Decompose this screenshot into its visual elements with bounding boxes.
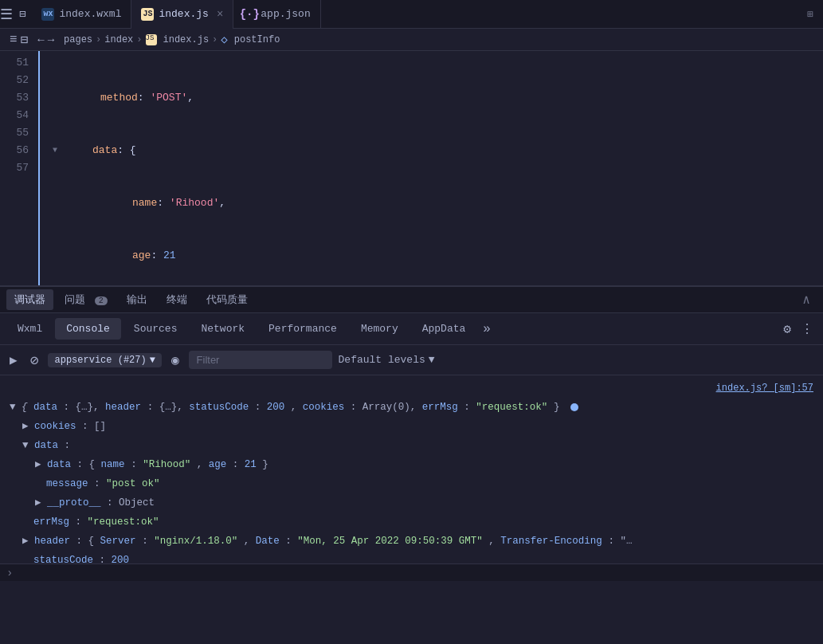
expand-cookies-icon[interactable]: ▶ xyxy=(22,421,29,432)
default-levels-label: Default levels xyxy=(339,354,425,366)
stop-button[interactable]: ⊘ xyxy=(27,348,42,372)
devtools-tabs: Wxml Console Sources Network Performance… xyxy=(0,313,823,345)
code-content: method: 'POST', ▼ data: { name: 'Rihood'… xyxy=(40,51,823,285)
tab-js[interactable]: JS index.js × xyxy=(131,0,233,29)
dtab-network-label: Network xyxy=(201,323,245,335)
panel-tabs: 调试器 问题 2 输出 终端 代码质量 ∧ xyxy=(0,286,823,313)
panel-tab-debugger-label: 调试器 xyxy=(14,294,45,306)
breadcrumb-sep3: › xyxy=(212,34,218,45)
console-child-errmsg: errMsg : "request:ok" xyxy=(0,512,823,532)
line-num-54: 54 xyxy=(0,107,29,124)
code-line-52: ▼ data: { xyxy=(53,142,823,159)
fold-arrow-52[interactable]: ▼ xyxy=(53,142,57,159)
panel-tab-output[interactable]: 输出 xyxy=(119,289,155,310)
dtab-appdata[interactable]: AppData xyxy=(411,318,477,340)
status-icon[interactable]: › xyxy=(6,567,13,579)
panel-tab-terminal[interactable]: 终端 xyxy=(159,289,195,310)
line-num-56: 56 xyxy=(0,142,29,159)
breadcrumb-func-icon: ◇ xyxy=(221,33,227,46)
console-child-data-data: ▶ data : { name : "Rihood" , age : 21 } xyxy=(0,455,823,474)
context-label: appservice (#27) xyxy=(54,355,146,366)
breadcrumb-file: index.js xyxy=(163,34,210,45)
panel-close-button[interactable]: ∧ xyxy=(796,292,817,308)
code-keyword-method: method xyxy=(100,89,138,107)
tab-wxml-label: index.wxml xyxy=(59,8,121,20)
file-reference[interactable]: index.js? [sm]:57 xyxy=(0,379,823,398)
json-icon: {·} xyxy=(243,8,256,21)
nav-bookmark-button[interactable]: ⊟ xyxy=(21,32,29,48)
console-child-cookies: ▶ cookies : [] xyxy=(0,417,823,436)
breadcrumb-pages: pages xyxy=(64,34,92,45)
console-toolbar: ▶ ⊘ appservice (#27) ▼ ◉ Default levels … xyxy=(0,345,823,375)
wxml-icon: wx xyxy=(41,8,54,21)
line-numbers: 51 52 53 54 55 56 57 xyxy=(0,51,40,285)
dtab-appdata-label: AppData xyxy=(422,323,466,335)
dtab-wxml[interactable]: Wxml xyxy=(6,318,53,340)
levels-chevron-icon: ▼ xyxy=(429,354,435,366)
bottom-panel: 调试器 问题 2 输出 终端 代码质量 ∧ Wxml Console Sourc… xyxy=(0,286,823,581)
js-icon: JS xyxy=(141,8,154,21)
panel-tab-issues-label: 问题 xyxy=(65,294,85,306)
breadcrumb: ≡ ⊟ ← → pages › index › JS index.js › ◇ … xyxy=(0,29,823,51)
panel-tab-output-label: 输出 xyxy=(127,294,147,306)
expand-header-icon[interactable]: ▶ xyxy=(22,536,29,547)
expand-icon[interactable]: ▼ xyxy=(10,402,16,413)
more-options-button[interactable]: ⋮ xyxy=(798,321,817,337)
bookmark-icon[interactable]: ⊟ xyxy=(19,7,25,21)
tab-wxml[interactable]: wx index.wxml xyxy=(32,0,131,29)
hamburger-icon[interactable]: ☰ xyxy=(0,6,13,23)
code-line-53: name: 'Rihood', xyxy=(53,194,823,212)
settings-button[interactable]: ⚙ xyxy=(778,321,796,337)
panel-tab-terminal-label: 终端 xyxy=(167,294,187,306)
file-ref-label: index.js? [sm]:57 xyxy=(716,383,813,394)
tab-json[interactable]: {·} app.json xyxy=(233,0,320,29)
panel-tab-quality-label: 代码质量 xyxy=(206,294,248,306)
nav-left-button[interactable]: ← xyxy=(37,33,44,46)
code-line-51: method: 'POST', xyxy=(53,89,823,107)
default-levels-dropdown[interactable]: Default levels ▼ xyxy=(339,354,435,366)
line-num-51: 51 xyxy=(0,54,29,72)
issues-badge: 2 xyxy=(95,296,108,305)
dtab-performance[interactable]: Performance xyxy=(257,318,348,340)
breadcrumb-js-icon: JS xyxy=(146,34,157,45)
panel-tab-issues[interactable]: 问题 2 xyxy=(57,289,116,310)
console-child-statuscode: statusCode : 200 xyxy=(0,551,823,564)
line-num-57: 57 xyxy=(0,159,29,177)
tab-json-label: app.json xyxy=(261,8,310,20)
breadcrumb-index: index xyxy=(104,34,133,45)
play-button[interactable]: ▶ xyxy=(6,349,21,371)
split-editor-button[interactable]: ⊞ xyxy=(798,8,823,21)
close-tab-icon[interactable]: × xyxy=(217,8,223,21)
expand-data-proto-icon[interactable]: ▶ xyxy=(35,497,41,509)
tab-bar: ☰ ⊟ wx index.wxml JS index.js × {·} app.… xyxy=(0,0,823,29)
console-output: index.js? [sm]:57 ▼ { data : {…}, header… xyxy=(0,375,823,564)
panel-tab-quality[interactable]: 代码质量 xyxy=(198,289,256,310)
breadcrumb-sep1: › xyxy=(96,34,101,45)
dtab-sources[interactable]: Sources xyxy=(123,318,189,340)
context-selector[interactable]: appservice (#27) ▼ xyxy=(48,353,161,367)
dtab-sources-label: Sources xyxy=(134,323,178,335)
dtab-memory[interactable]: Memory xyxy=(350,318,410,340)
log-dot xyxy=(570,403,578,411)
console-log-entry: ▼ { data : {…}, header : {…}, statusCode… xyxy=(0,398,823,417)
more-tabs-button[interactable]: » xyxy=(478,322,496,336)
filter-input[interactable] xyxy=(189,351,332,369)
nav-back-button[interactable]: ≡ xyxy=(10,33,18,47)
breadcrumb-sep2: › xyxy=(136,34,142,45)
nav-right-button[interactable]: → xyxy=(48,33,54,46)
dtab-network[interactable]: Network xyxy=(190,318,256,340)
console-child-data-proto: ▶ __proto__ : Object xyxy=(0,493,823,512)
breadcrumb-func: postInfo xyxy=(234,34,280,45)
expand-data-icon[interactable]: ▼ xyxy=(22,440,29,451)
dtab-console[interactable]: Console xyxy=(55,318,121,340)
eye-button[interactable]: ◉ xyxy=(168,349,182,371)
console-obj-prefix: { xyxy=(22,402,28,413)
console-child-header: ▶ header : { Server : "nginx/1.18.0" , D… xyxy=(0,532,823,551)
expand-data-data-icon[interactable]: ▶ xyxy=(35,459,41,470)
code-editor: 51 52 53 54 55 56 57 method: 'POST', ▼ d… xyxy=(0,51,823,286)
line-num-52: 52 xyxy=(0,72,29,89)
context-dropdown-icon: ▼ xyxy=(150,355,155,366)
status-bar: › xyxy=(0,564,823,581)
panel-tab-debugger[interactable]: 调试器 xyxy=(6,289,53,310)
dtab-memory-label: Memory xyxy=(361,323,398,335)
